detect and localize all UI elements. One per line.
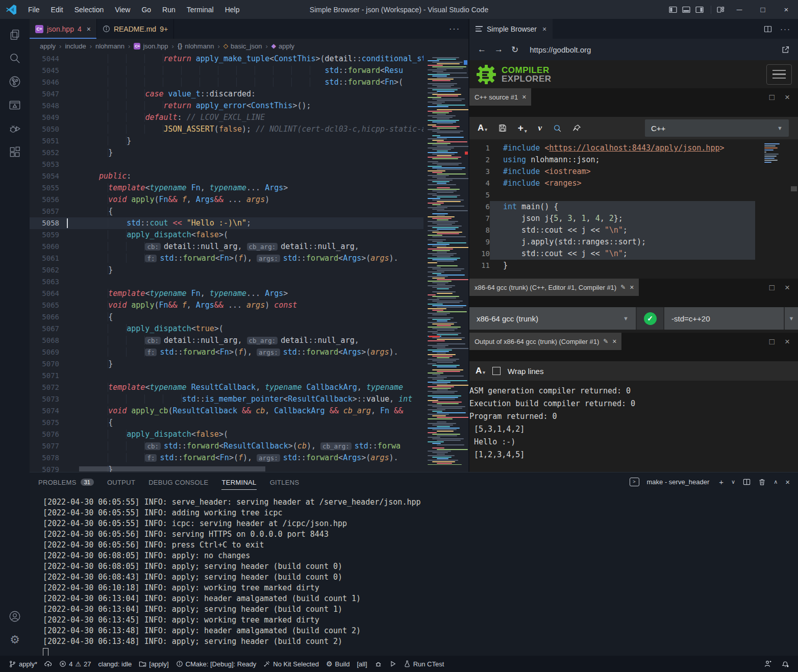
maximize-pane-icon[interactable]: □ [769, 337, 775, 347]
code-text[interactable]: std::cout << "Hello :-)\n"; [59, 217, 251, 229]
accounts-icon[interactable] [3, 605, 27, 628]
build-target-button[interactable]: [all] [353, 660, 370, 668]
code-text[interactable]: return apply_make_tuple<ConstThis>(detai… [59, 53, 444, 65]
maximize-pane-icon[interactable]: □ [769, 283, 775, 293]
code-text[interactable]: apply_dispatch<false>( [59, 229, 228, 241]
code-text[interactable]: } [59, 147, 113, 159]
terminal-content[interactable]: [2022-04-30 06:05:55] INFO: serve_header… [30, 491, 798, 656]
rename-pencil-icon[interactable]: ✎ [603, 338, 608, 345]
code-text[interactable]: default: // LCOV_EXCL_LINE [59, 112, 265, 123]
menu-go[interactable]: Go [137, 4, 156, 15]
tab-readme-md[interactable]: README.md 9+ [97, 19, 174, 39]
add-pane-button[interactable]: +▾ [518, 122, 527, 134]
code-text[interactable]: case value_t::discarded: [59, 88, 256, 100]
minimize-button[interactable]: ─ [728, 0, 751, 19]
extensions-icon[interactable] [3, 140, 27, 164]
compiler-pane-tab[interactable]: x86-64 gcc (trunk) (C++, Editor #1, Comp… [469, 279, 639, 296]
zoom-icon[interactable] [553, 124, 562, 133]
menu-terminal[interactable]: Terminal [182, 4, 218, 15]
git-branch-status[interactable]: apply* [5, 660, 41, 668]
code-text[interactable]: } [59, 358, 113, 370]
code-text[interactable]: using nlohmann::json; [490, 154, 755, 166]
compiler-select[interactable]: x86-64 gcc (trunk)▼ [469, 307, 636, 330]
code-text[interactable]: JSON_ASSERT(false); // NOLINT(cert-dcl03… [59, 123, 449, 135]
editor-more-actions-icon[interactable]: ··· [449, 19, 468, 39]
back-icon[interactable]: ← [478, 44, 486, 55]
code-text[interactable]: template<typename Fn, typename... Args> [59, 182, 288, 194]
code-text[interactable]: return apply_error<ConstThis>(); [59, 100, 311, 112]
code-text[interactable]: f:std::forward<Fn>(f), args:std::forward… [59, 346, 398, 358]
code-text[interactable]: std::cout << j << "\n"; [490, 225, 755, 236]
code-text[interactable]: f:std::forward<Fn>(f), args:std::forward… [59, 452, 398, 464]
forward-icon[interactable]: → [494, 44, 503, 55]
source-pane-tab[interactable]: C++ source #1 × [469, 88, 531, 106]
code-text[interactable]: std::forward<Resu [59, 65, 403, 77]
source-control-icon[interactable] [3, 70, 27, 93]
source-code-editor[interactable]: 1#include <https://localhost:8443/apply/… [469, 139, 798, 276]
code-text[interactable] [490, 189, 755, 201]
notifications-button[interactable] [778, 660, 793, 668]
compiler-options-input[interactable]: -std=c++20 [664, 307, 784, 330]
customize-layout-icon[interactable] [716, 6, 725, 14]
toggle-panel-icon[interactable] [682, 6, 690, 14]
search-icon[interactable] [3, 46, 27, 70]
active-folder-status[interactable]: [apply] [135, 660, 172, 668]
code-text[interactable]: std::cout << j << "\n"; [490, 248, 755, 260]
launch-button[interactable] [386, 660, 400, 667]
hamburger-menu-icon[interactable] [766, 64, 792, 85]
url-input[interactable]: https://godbolt.org [530, 45, 773, 54]
menu-edit[interactable]: Edit [46, 4, 68, 15]
code-text[interactable]: } [490, 260, 755, 271]
code-text[interactable]: int main() { [490, 201, 755, 213]
minimap[interactable] [423, 53, 468, 465]
kill-terminal-trash-icon[interactable] [758, 478, 766, 486]
menu-file[interactable]: File [23, 4, 44, 15]
tab-simple-browser[interactable]: Simple Browser × [469, 19, 553, 39]
problems-status[interactable]: 4 ⚠ 27 [56, 660, 94, 668]
pin-icon[interactable] [573, 124, 581, 132]
more-actions-icon[interactable]: ··· [780, 24, 791, 33]
toggle-secondary-sidebar-icon[interactable] [695, 6, 704, 14]
code-text[interactable]: } [59, 135, 131, 147]
code-text[interactable]: cb:std::forward<ResultCallback>(cb), cb_… [59, 440, 401, 452]
code-text[interactable]: void apply_cb(ResultCallback && cb, Call… [59, 405, 403, 417]
toggle-primary-sidebar-icon[interactable] [669, 6, 677, 14]
wrap-lines-checkbox[interactable] [492, 367, 501, 375]
terminal-title[interactable]: make - serve_header [647, 478, 710, 486]
code-editor[interactable]: 5044 return apply_make_tuple<ConstThis>(… [30, 53, 468, 472]
close-pane-icon[interactable]: × [785, 337, 790, 347]
code-text[interactable]: #include <ranges> [490, 178, 755, 189]
close-icon[interactable]: × [612, 337, 616, 345]
code-text[interactable]: template<typename Fn, typename... Args> [59, 288, 288, 300]
split-editor-icon[interactable] [764, 25, 772, 33]
cmake-build-button[interactable]: ⚙ Build [322, 660, 353, 668]
panel-tab-output[interactable]: OUTPUT [107, 474, 135, 490]
maximize-button[interactable]: □ [751, 0, 775, 19]
terminal-dropdown-icon[interactable]: ∨ [731, 479, 735, 485]
code-text[interactable] [59, 159, 90, 170]
close-window-button[interactable]: × [775, 0, 798, 19]
rename-pencil-icon[interactable]: ✎ [620, 284, 626, 291]
code-text[interactable]: { [59, 311, 113, 323]
vim-mode-icon[interactable]: v [538, 123, 542, 133]
menu-run[interactable]: Run [158, 4, 180, 15]
language-select[interactable]: C++▼ [645, 119, 789, 137]
code-text[interactable]: apply_dispatch<false>( [59, 429, 228, 440]
publish-changes-button[interactable] [41, 660, 56, 668]
code-text[interactable]: cb:detail::null_arg, cb_arg:detail::null… [59, 335, 359, 346]
code-text[interactable]: f:std::forward<Fn>(f), args:std::forward… [59, 253, 398, 264]
cmake-status[interactable]: CMake: [Debug]: Ready [172, 660, 260, 668]
run-debug-icon[interactable] [3, 117, 27, 140]
horizontal-scrollbar[interactable] [79, 466, 265, 471]
menu-view[interactable]: View [110, 4, 135, 15]
debug-button[interactable] [371, 660, 386, 668]
panel-tab-problems[interactable]: PROBLEMS31 [38, 474, 94, 490]
open-external-icon[interactable] [781, 45, 790, 54]
panel-tab-gitlens[interactable]: GITLENS [270, 474, 300, 490]
new-terminal-icon[interactable]: + [719, 478, 724, 486]
code-text[interactable]: std::is_member_pointer<ResultCallback>::… [59, 393, 412, 405]
menu-help[interactable]: Help [220, 4, 244, 15]
code-text[interactable] [59, 276, 90, 288]
source-scrollbar-thumb[interactable] [791, 186, 797, 191]
save-icon[interactable] [498, 124, 507, 132]
